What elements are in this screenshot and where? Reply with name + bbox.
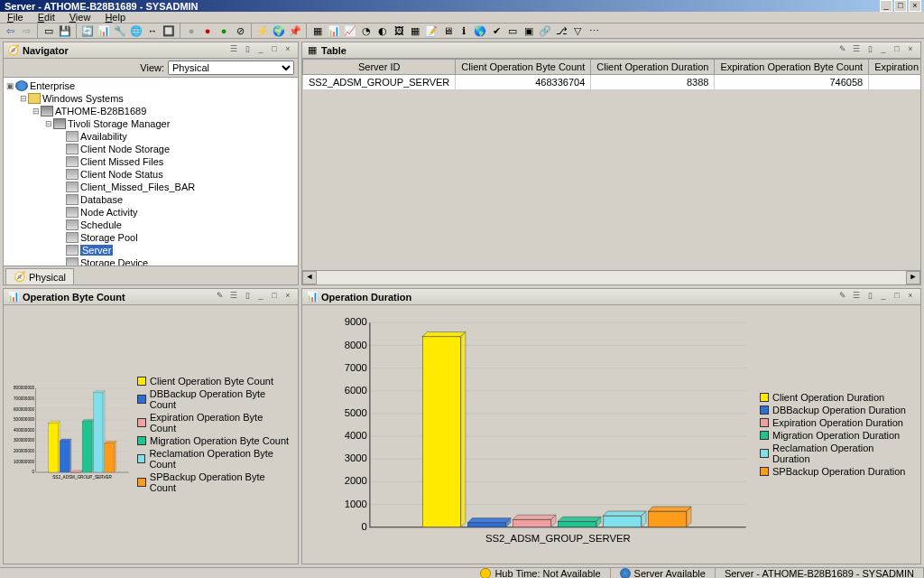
earth-icon[interactable]: 🌎 [473, 23, 487, 38]
tree-item-storage-device[interactable]: Storage Device [5, 256, 296, 266]
event-icon[interactable]: ⚡ [255, 23, 270, 38]
tree-item-client-missed-files[interactable]: Client Missed Files [5, 155, 296, 168]
svg-rect-72 [648, 511, 687, 527]
tree-item-node-activity[interactable]: Node Activity [5, 206, 296, 219]
panel-max-icon[interactable]: □ [891, 44, 903, 56]
panel-min-icon[interactable]: _ [254, 44, 267, 56]
table-header[interactable]: Expiration Operation Byte Count [715, 60, 869, 75]
record-icon[interactable]: ● [184, 23, 199, 38]
linechart-icon[interactable]: 📈 [343, 23, 357, 38]
panel-menu-icon[interactable]: ☰ [850, 291, 863, 303]
check-icon[interactable]: ✔ [489, 23, 504, 38]
scroll-right-icon[interactable]: ► [906, 271, 920, 284]
maximize-button[interactable]: □ [894, 0, 907, 12]
panel-vbar-icon[interactable]: ▯ [241, 291, 254, 303]
new-window-icon[interactable]: ▭ [42, 23, 56, 38]
note-icon[interactable]: 📝 [424, 23, 439, 38]
table-header[interactable]: Server ID [303, 60, 456, 75]
table-icon[interactable]: ▦ [310, 23, 325, 38]
table-hscrollbar[interactable]: ◄ ► [302, 270, 920, 284]
close-button[interactable]: × [909, 0, 921, 12]
globe-icon[interactable]: 🌐 [129, 23, 143, 38]
link-icon[interactable]: 🔗 [538, 23, 552, 38]
menu-help[interactable]: Help [97, 12, 133, 23]
options-icon[interactable]: ⋯ [587, 23, 601, 38]
arrows-icon[interactable]: ↔ [145, 23, 160, 38]
calendar-icon[interactable]: 🔲 [162, 23, 176, 38]
table-row[interactable]: SS2_ADSM_GROUP_SERVER4683367048388746058… [303, 75, 921, 90]
gauge-icon[interactable]: ◐ [375, 23, 390, 38]
panel-close-icon[interactable]: × [904, 44, 917, 56]
table-header[interactable]: Client Operation Duration [591, 60, 715, 75]
panel-vbar-icon[interactable]: ▯ [241, 44, 254, 56]
tool-icon[interactable]: 🔧 [113, 23, 127, 38]
tree-item-storage-pool[interactable]: Storage Pool [5, 231, 296, 244]
panel-menu-icon[interactable]: ☰ [850, 44, 863, 56]
panel-max-icon[interactable]: □ [891, 291, 903, 303]
svg-marker-59 [461, 332, 466, 527]
piechart-icon[interactable]: ◔ [359, 23, 374, 38]
svg-rect-27 [82, 422, 92, 472]
panel-edit-icon[interactable]: ✎ [836, 291, 849, 303]
info-icon[interactable]: ℹ [457, 23, 471, 38]
panel-max-icon[interactable]: □ [268, 291, 281, 303]
filter-icon[interactable]: ▽ [570, 23, 585, 38]
barchart-icon[interactable]: 📊 [327, 23, 341, 38]
panel-edit-icon[interactable]: ✎ [214, 291, 226, 303]
tree-item-client-node-storage[interactable]: Client Node Storage [5, 143, 296, 155]
refresh-icon[interactable]: 🔄 [80, 23, 95, 38]
panel-close-icon[interactable]: × [282, 44, 294, 56]
tree-item-server[interactable]: Server [5, 244, 296, 256]
tree-item-schedule[interactable]: Schedule [5, 219, 296, 231]
menu-edit[interactable]: Edit [31, 12, 62, 23]
data-table[interactable]: Server IDClient Operation Byte CountClie… [302, 59, 920, 90]
monitor-icon[interactable]: 🖥 [440, 23, 455, 38]
panel-min-icon[interactable]: _ [254, 291, 267, 303]
panel-menu-icon[interactable]: ☰ [227, 291, 240, 303]
svg-rect-18 [49, 424, 59, 472]
tree-item-client-missed-files-bar[interactable]: Client_Missed_Files_BAR [5, 181, 296, 193]
tree-item-availability[interactable]: Availability [5, 130, 296, 143]
menu-view[interactable]: View [62, 12, 98, 23]
tree-host[interactable]: ⊟ATHOME-B28B1689 [5, 105, 296, 117]
panel-min-icon[interactable]: _ [877, 44, 890, 56]
pin-icon[interactable]: 📌 [288, 23, 302, 38]
nav-tab-physical[interactable]: 🧭 Physical [5, 268, 74, 284]
svg-text:100000000: 100000000 [14, 460, 35, 464]
panel-vbar-icon[interactable]: ▯ [864, 291, 876, 303]
table-header[interactable]: Expiration Operation Duration [869, 60, 920, 75]
pause-icon[interactable]: ● [217, 23, 231, 38]
tree-root[interactable]: ▣Enterprise [5, 79, 296, 92]
tree-item-client-node-status[interactable]: Client Node Status [5, 168, 296, 181]
views-icon[interactable]: ▣ [522, 23, 536, 38]
cancel-icon[interactable]: ⊘ [233, 23, 247, 38]
save-icon[interactable]: 💾 [58, 23, 72, 38]
tree-item-database[interactable]: Database [5, 193, 296, 206]
nav-forward-icon[interactable]: ⇨ [19, 23, 33, 38]
grid-icon[interactable]: ▦ [408, 23, 422, 38]
panel-menu-icon[interactable]: ☰ [227, 44, 240, 56]
panel-vbar-icon[interactable]: ▯ [864, 44, 876, 56]
minimize-button[interactable]: _ [880, 0, 892, 12]
chart-icon[interactable]: 📊 [97, 23, 111, 38]
menu-file[interactable]: File [0, 12, 31, 23]
legend-item: Migration Operation Byte Count [137, 435, 291, 446]
navigator-tree[interactable]: ▣Enterprise ⊟Windows Systems ⊟ATHOME-B28… [4, 78, 298, 266]
scroll-left-icon[interactable]: ◄ [302, 271, 317, 284]
table-header[interactable]: Client Operation Byte Count [456, 60, 591, 75]
panel-close-icon[interactable]: × [904, 291, 917, 303]
panel-max-icon[interactable]: □ [268, 44, 281, 56]
panel-edit-icon[interactable]: ✎ [836, 44, 849, 56]
globe2-icon[interactable]: 🌍 [272, 23, 286, 38]
view-select[interactable]: Physical [168, 61, 294, 75]
nav-back-icon[interactable]: ⇦ [3, 23, 17, 38]
legend-item: Expiration Operation Duration [760, 417, 913, 428]
tree-windows-systems[interactable]: ⊟Windows Systems [5, 92, 296, 105]
image-icon[interactable]: 🖼 [392, 23, 406, 38]
panel-close-icon[interactable]: × [282, 291, 294, 303]
window-icon[interactable]: ▭ [505, 23, 520, 38]
tree-tsm[interactable]: ⊟Tivoli Storage Manager [5, 117, 296, 130]
panel-min-icon[interactable]: _ [877, 291, 890, 303]
tree-icon[interactable]: ⎇ [554, 23, 568, 38]
stop-icon[interactable]: ● [200, 23, 215, 38]
